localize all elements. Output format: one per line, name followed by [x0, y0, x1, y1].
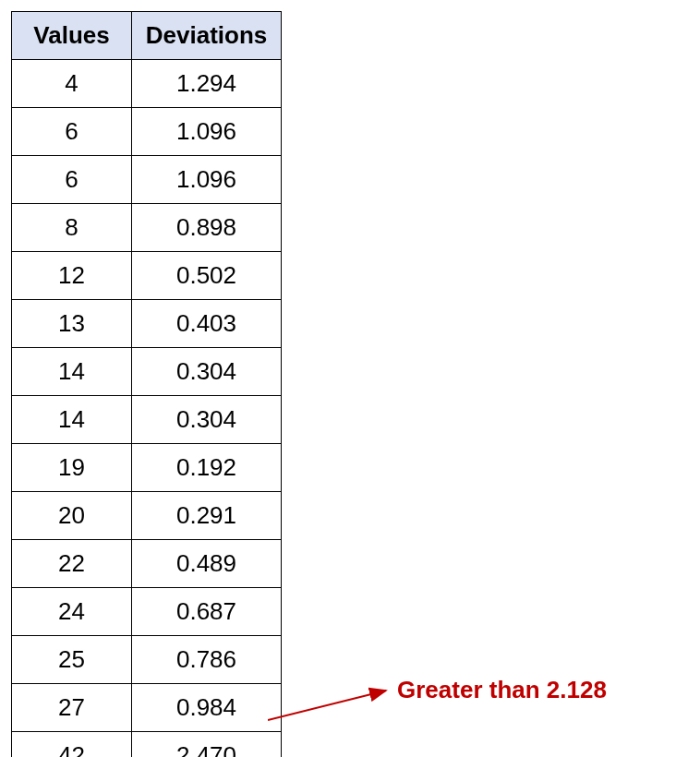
- cell-deviation: 0.192: [132, 444, 282, 492]
- annotation-text: Greater than 2.128: [397, 676, 607, 704]
- table-row: 6 1.096: [12, 156, 282, 204]
- table-row: 6 1.096: [12, 108, 282, 156]
- table-row: 25 0.786: [12, 636, 282, 684]
- cell-value: 19: [12, 444, 132, 492]
- cell-value: 22: [12, 540, 132, 588]
- cell-deviation: 1.096: [132, 156, 282, 204]
- table-row: 27 0.984: [12, 684, 282, 732]
- header-deviations: Deviations: [132, 12, 282, 60]
- cell-deviation: 0.898: [132, 204, 282, 252]
- cell-deviation: 0.304: [132, 396, 282, 444]
- cell-deviation: 0.489: [132, 540, 282, 588]
- cell-deviation: 0.786: [132, 636, 282, 684]
- cell-deviation: 0.304: [132, 348, 282, 396]
- cell-value: 14: [12, 396, 132, 444]
- cell-value: 6: [12, 156, 132, 204]
- cell-value: 6: [12, 108, 132, 156]
- cell-value: 25: [12, 636, 132, 684]
- table-row: 13 0.403: [12, 300, 282, 348]
- cell-value: 24: [12, 588, 132, 636]
- cell-value: 13: [12, 300, 132, 348]
- cell-value: 42: [12, 732, 132, 758]
- cell-value: 8: [12, 204, 132, 252]
- table-row: 20 0.291: [12, 492, 282, 540]
- arrow-icon: [268, 674, 406, 729]
- cell-deviation: 0.502: [132, 252, 282, 300]
- cell-value: 12: [12, 252, 132, 300]
- table-row: 4 1.294: [12, 60, 282, 108]
- svg-line-1: [268, 691, 386, 720]
- header-row: Values Deviations: [12, 12, 282, 60]
- cell-deviation: 0.403: [132, 300, 282, 348]
- cell-value: 14: [12, 348, 132, 396]
- table-row: 8 0.898: [12, 204, 282, 252]
- table-row: 14 0.304: [12, 396, 282, 444]
- cell-value: 27: [12, 684, 132, 732]
- table-row: 19 0.192: [12, 444, 282, 492]
- data-table: Values Deviations 4 1.294 6 1.096 6 1.09…: [11, 11, 282, 757]
- cell-deviation: 2.470: [132, 732, 282, 758]
- cell-deviation: 0.291: [132, 492, 282, 540]
- header-values: Values: [12, 12, 132, 60]
- cell-value: 4: [12, 60, 132, 108]
- cell-value: 20: [12, 492, 132, 540]
- cell-deviation: 1.096: [132, 108, 282, 156]
- table-row: 22 0.489: [12, 540, 282, 588]
- cell-deviation: 0.984: [132, 684, 282, 732]
- cell-deviation: 0.687: [132, 588, 282, 636]
- table-row: 42 2.470: [12, 732, 282, 758]
- table-row: 12 0.502: [12, 252, 282, 300]
- table-row: 14 0.304: [12, 348, 282, 396]
- table-row: 24 0.687: [12, 588, 282, 636]
- cell-deviation: 1.294: [132, 60, 282, 108]
